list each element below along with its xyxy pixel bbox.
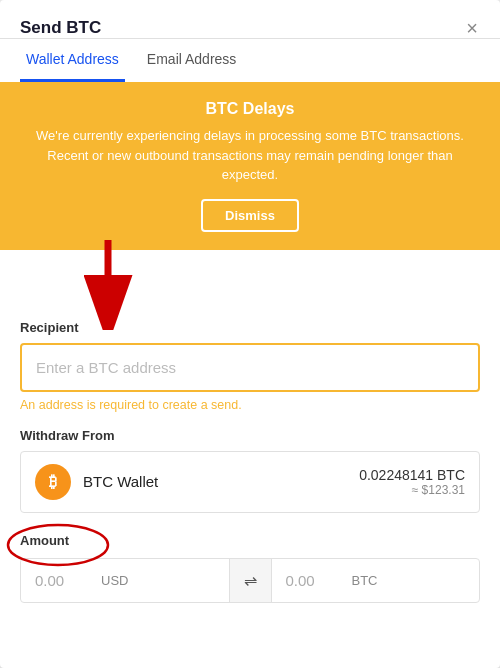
withdraw-label: Withdraw From <box>20 428 480 443</box>
alert-title: BTC Delays <box>24 100 476 118</box>
modal-header: Send BTC × <box>0 0 500 39</box>
wallet-btc-balance: 0.02248141 BTC <box>359 467 465 483</box>
wallet-balance: 0.02248141 BTC ≈ $123.31 <box>359 467 465 497</box>
wallet-left: ₿ BTC Wallet <box>35 464 158 500</box>
recipient-input[interactable] <box>20 343 480 392</box>
down-arrow-icon <box>68 240 148 330</box>
btc-icon: ₿ <box>35 464 71 500</box>
tab-email-address[interactable]: Email Address <box>141 39 242 82</box>
alert-banner: BTC Delays We're currently experiencing … <box>0 82 500 250</box>
usd-currency-label: USD <box>101 573 128 588</box>
close-button[interactable]: × <box>464 18 480 38</box>
swap-currency-button[interactable]: ⇌ <box>229 559 272 602</box>
amount-btc-field: BTC <box>272 560 480 601</box>
wallet-usd-balance: ≈ $123.31 <box>359 483 465 497</box>
amount-usd-field: USD <box>21 560 229 601</box>
tab-bar: Wallet Address Email Address <box>0 39 500 82</box>
wallet-row[interactable]: ₿ BTC Wallet 0.02248141 BTC ≈ $123.31 <box>20 451 480 513</box>
modal-title: Send BTC <box>20 18 101 38</box>
tab-wallet-address[interactable]: Wallet Address <box>20 39 125 82</box>
send-btc-modal: Send BTC × Wallet Address Email Address … <box>0 0 500 668</box>
amount-label: Amount <box>20 533 69 548</box>
wallet-name: BTC Wallet <box>83 473 158 490</box>
btc-currency-label: BTC <box>352 573 378 588</box>
recipient-error: An address is required to create a send. <box>20 398 480 412</box>
dismiss-button[interactable]: Dismiss <box>201 199 299 232</box>
alert-body: We're currently experiencing delays in p… <box>24 126 476 185</box>
amount-inputs: USD ⇌ BTC <box>20 558 480 603</box>
amount-usd-input[interactable] <box>31 560 101 601</box>
amount-btc-input[interactable] <box>282 560 352 601</box>
